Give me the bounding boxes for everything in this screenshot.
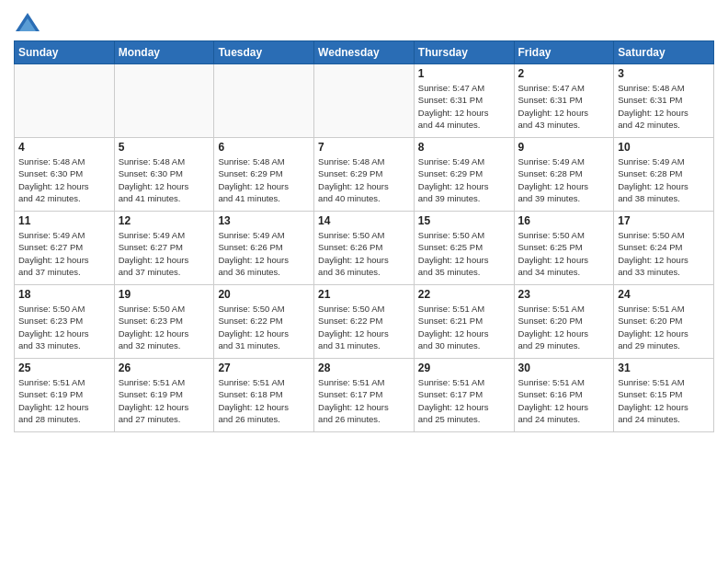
day-info: Sunrise: 5:49 AM Sunset: 6:27 PM Dayligh… [119, 229, 210, 278]
day-number: 28 [318, 362, 410, 374]
day-info: Sunrise: 5:48 AM Sunset: 6:31 PM Dayligh… [618, 82, 710, 131]
calendar-cell: 19Sunrise: 5:50 AM Sunset: 6:23 PM Dayli… [114, 285, 214, 359]
day-info: Sunrise: 5:50 AM Sunset: 6:22 PM Dayligh… [318, 303, 410, 351]
week-row-3: 18Sunrise: 5:50 AM Sunset: 6:23 PM Dayli… [15, 285, 714, 359]
day-info: Sunrise: 5:50 AM Sunset: 6:25 PM Dayligh… [518, 229, 610, 278]
day-info: Sunrise: 5:50 AM Sunset: 6:23 PM Dayligh… [18, 303, 110, 351]
day-number: 17 [618, 214, 710, 227]
day-number: 12 [119, 214, 210, 227]
day-info: Sunrise: 5:50 AM Sunset: 6:22 PM Dayligh… [218, 303, 310, 351]
calendar-cell: 6Sunrise: 5:48 AM Sunset: 6:29 PM Daylig… [214, 138, 314, 212]
day-info: Sunrise: 5:47 AM Sunset: 6:31 PM Dayligh… [418, 82, 510, 131]
calendar-cell: 11Sunrise: 5:49 AM Sunset: 6:27 PM Dayli… [15, 212, 115, 285]
calendar-cell: 4Sunrise: 5:48 AM Sunset: 6:30 PM Daylig… [15, 138, 115, 212]
day-number: 1 [418, 67, 510, 80]
day-number: 7 [318, 141, 410, 154]
day-number: 3 [618, 67, 710, 80]
calendar-cell: 18Sunrise: 5:50 AM Sunset: 6:23 PM Dayli… [15, 285, 115, 359]
day-info: Sunrise: 5:49 AM Sunset: 6:28 PM Dayligh… [518, 155, 610, 204]
day-number: 15 [418, 214, 510, 227]
calendar-cell: 3Sunrise: 5:48 AM Sunset: 6:31 PM Daylig… [614, 64, 714, 138]
logo-icon [14, 9, 41, 37]
day-number: 5 [119, 141, 210, 154]
day-number: 31 [618, 362, 710, 374]
day-number: 22 [418, 288, 510, 301]
calendar-cell: 12Sunrise: 5:49 AM Sunset: 6:27 PM Dayli… [114, 212, 214, 285]
day-number: 9 [518, 141, 610, 154]
day-number: 21 [318, 288, 410, 301]
day-number: 16 [518, 214, 610, 227]
day-number: 20 [218, 288, 310, 301]
day-header-sunday: Sunday [15, 41, 115, 64]
calendar-cell [214, 64, 314, 138]
calendar-cell: 29Sunrise: 5:51 AM Sunset: 6:17 PM Dayli… [414, 359, 514, 432]
header [14, 9, 714, 37]
week-row-1: 4Sunrise: 5:48 AM Sunset: 6:30 PM Daylig… [15, 138, 714, 212]
day-info: Sunrise: 5:51 AM Sunset: 6:16 PM Dayligh… [518, 376, 610, 425]
day-info: Sunrise: 5:51 AM Sunset: 6:15 PM Dayligh… [618, 376, 710, 425]
day-number: 26 [119, 362, 210, 374]
calendar-cell: 8Sunrise: 5:49 AM Sunset: 6:29 PM Daylig… [414, 138, 514, 212]
day-info: Sunrise: 5:49 AM Sunset: 6:26 PM Dayligh… [218, 229, 310, 278]
day-info: Sunrise: 5:51 AM Sunset: 6:21 PM Dayligh… [418, 303, 510, 351]
calendar-cell: 23Sunrise: 5:51 AM Sunset: 6:20 PM Dayli… [514, 285, 614, 359]
day-number: 29 [418, 362, 510, 374]
calendar-cell: 1Sunrise: 5:47 AM Sunset: 6:31 PM Daylig… [414, 64, 514, 138]
calendar-cell: 10Sunrise: 5:49 AM Sunset: 6:28 PM Dayli… [614, 138, 714, 212]
day-info: Sunrise: 5:50 AM Sunset: 6:24 PM Dayligh… [618, 229, 710, 278]
day-number: 30 [518, 362, 610, 374]
calendar-cell: 17Sunrise: 5:50 AM Sunset: 6:24 PM Dayli… [614, 212, 714, 285]
day-number: 8 [418, 141, 510, 154]
day-number: 23 [518, 288, 610, 301]
day-info: Sunrise: 5:48 AM Sunset: 6:29 PM Dayligh… [218, 155, 310, 204]
day-info: Sunrise: 5:50 AM Sunset: 6:26 PM Dayligh… [318, 229, 410, 278]
day-number: 4 [18, 141, 110, 154]
day-info: Sunrise: 5:51 AM Sunset: 6:19 PM Dayligh… [18, 376, 110, 425]
day-info: Sunrise: 5:49 AM Sunset: 6:28 PM Dayligh… [618, 155, 710, 204]
calendar-cell: 5Sunrise: 5:48 AM Sunset: 6:30 PM Daylig… [114, 138, 214, 212]
day-number: 11 [18, 214, 110, 227]
calendar-cell: 9Sunrise: 5:49 AM Sunset: 6:28 PM Daylig… [514, 138, 614, 212]
day-info: Sunrise: 5:51 AM Sunset: 6:17 PM Dayligh… [418, 376, 510, 425]
calendar-cell: 13Sunrise: 5:49 AM Sunset: 6:26 PM Dayli… [214, 212, 314, 285]
calendar-table: SundayMondayTuesdayWednesdayThursdayFrid… [14, 40, 714, 432]
week-row-4: 25Sunrise: 5:51 AM Sunset: 6:19 PM Dayli… [15, 359, 714, 432]
day-number: 18 [18, 288, 110, 301]
week-row-0: 1Sunrise: 5:47 AM Sunset: 6:31 PM Daylig… [15, 64, 714, 138]
day-number: 19 [119, 288, 210, 301]
day-number: 14 [318, 214, 410, 227]
day-number: 27 [218, 362, 310, 374]
page-container: SundayMondayTuesdayWednesdayThursdayFrid… [0, 0, 728, 437]
calendar-cell: 24Sunrise: 5:51 AM Sunset: 6:20 PM Dayli… [614, 285, 714, 359]
calendar-cell: 2Sunrise: 5:47 AM Sunset: 6:31 PM Daylig… [514, 64, 614, 138]
day-info: Sunrise: 5:48 AM Sunset: 6:30 PM Dayligh… [119, 155, 210, 204]
calendar-cell: 28Sunrise: 5:51 AM Sunset: 6:17 PM Dayli… [314, 359, 415, 432]
day-header-friday: Friday [514, 41, 614, 64]
day-header-thursday: Thursday [414, 41, 514, 64]
calendar-cell: 27Sunrise: 5:51 AM Sunset: 6:18 PM Dayli… [214, 359, 314, 432]
day-header-saturday: Saturday [614, 41, 714, 64]
day-header-wednesday: Wednesday [314, 41, 415, 64]
day-info: Sunrise: 5:51 AM Sunset: 6:20 PM Dayligh… [618, 303, 710, 351]
day-number: 24 [618, 288, 710, 301]
calendar-cell [15, 64, 115, 138]
logo [14, 9, 45, 37]
week-row-2: 11Sunrise: 5:49 AM Sunset: 6:27 PM Dayli… [15, 212, 714, 285]
calendar-cell: 15Sunrise: 5:50 AM Sunset: 6:25 PM Dayli… [414, 212, 514, 285]
day-number: 13 [218, 214, 310, 227]
day-info: Sunrise: 5:51 AM Sunset: 6:17 PM Dayligh… [318, 376, 410, 425]
day-info: Sunrise: 5:51 AM Sunset: 6:18 PM Dayligh… [218, 376, 310, 425]
day-info: Sunrise: 5:49 AM Sunset: 6:29 PM Dayligh… [418, 155, 510, 204]
calendar-cell: 31Sunrise: 5:51 AM Sunset: 6:15 PM Dayli… [614, 359, 714, 432]
calendar-cell: 20Sunrise: 5:50 AM Sunset: 6:22 PM Dayli… [214, 285, 314, 359]
day-info: Sunrise: 5:48 AM Sunset: 6:30 PM Dayligh… [18, 155, 110, 204]
calendar-cell: 21Sunrise: 5:50 AM Sunset: 6:22 PM Dayli… [314, 285, 415, 359]
day-info: Sunrise: 5:49 AM Sunset: 6:27 PM Dayligh… [18, 229, 110, 278]
day-number: 6 [218, 141, 310, 154]
calendar-cell: 30Sunrise: 5:51 AM Sunset: 6:16 PM Dayli… [514, 359, 614, 432]
day-info: Sunrise: 5:48 AM Sunset: 6:29 PM Dayligh… [318, 155, 410, 204]
day-info: Sunrise: 5:51 AM Sunset: 6:20 PM Dayligh… [518, 303, 610, 351]
day-header-monday: Monday [114, 41, 214, 64]
calendar-cell: 25Sunrise: 5:51 AM Sunset: 6:19 PM Dayli… [15, 359, 115, 432]
day-number: 2 [518, 67, 610, 80]
